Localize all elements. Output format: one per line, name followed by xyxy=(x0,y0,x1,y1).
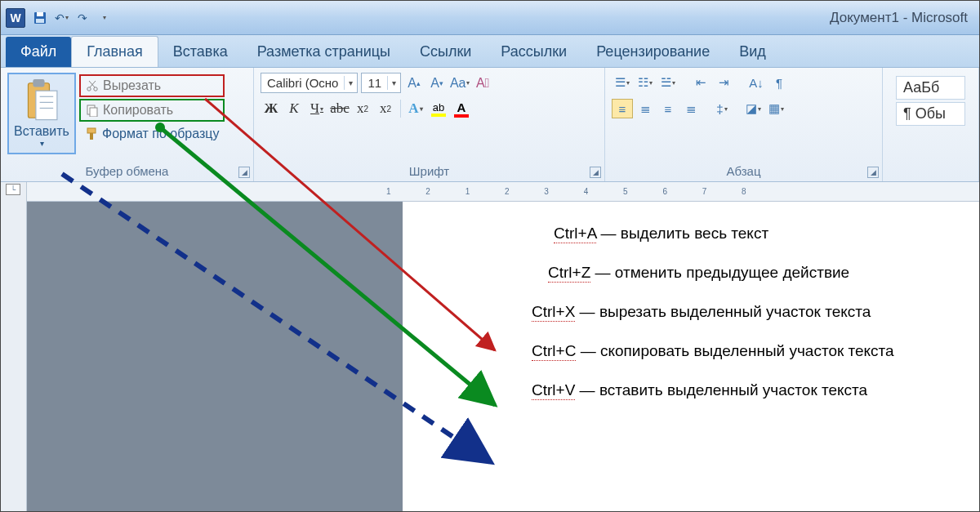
vertical-ruler: └ xyxy=(1,182,27,512)
font-name-value: Calibri (Осно xyxy=(261,73,344,92)
decrease-indent-icon[interactable]: ⇤ xyxy=(690,73,711,92)
ribbon-tabs: Файл Главная Вставка Разметка страницы С… xyxy=(1,35,979,68)
paste-label: Вставить xyxy=(14,124,69,139)
format-painter-icon xyxy=(85,127,98,140)
svg-rect-2 xyxy=(36,19,44,23)
borders-icon[interactable]: ▦▾ xyxy=(765,99,786,118)
font-size-combo[interactable]: 11▾ xyxy=(361,73,401,93)
paste-dropdown-icon[interactable]: ▾ xyxy=(40,139,44,148)
tab-view[interactable]: Вид xyxy=(724,37,781,67)
style-preview-1[interactable]: АаБб xyxy=(896,76,965,100)
format-painter-label: Формат по образцу xyxy=(102,127,219,141)
clear-format-icon[interactable]: A⃠ xyxy=(473,73,492,93)
document-area: Ctrl+A — выделить весь текст Ctrl+Z — от… xyxy=(27,202,979,512)
align-left-icon[interactable]: ≡ xyxy=(612,99,633,118)
svg-rect-4 xyxy=(33,79,44,87)
group-styles: АаБб ¶ Обы xyxy=(883,68,979,181)
app-icon: W xyxy=(6,8,25,28)
svg-line-11 xyxy=(90,81,96,87)
group-font: Calibri (Осно▾ 11▾ A▴ A▾ Aa▾ A⃠ Ж К Ч▾ a… xyxy=(254,68,605,181)
doc-line-1: Ctrl+A — выделить весь текст xyxy=(554,225,963,243)
group-clipboard-title: Буфер обмена xyxy=(7,163,247,180)
tab-insert[interactable]: Вставка xyxy=(158,37,243,67)
ribbon: Вставить ▾ Вырезать Копировать Формат по… xyxy=(1,68,979,182)
doc-line-2: Ctrl+Z — отменить предыдущее действие xyxy=(548,264,963,282)
doc-line-4: Ctrl+C — скопировать выделенный участок … xyxy=(532,342,963,360)
svg-rect-1 xyxy=(37,12,43,16)
horizontal-ruler: 1 2 1 2 3 4 5 6 7 8 xyxy=(27,182,979,202)
italic-button[interactable]: К xyxy=(283,98,305,119)
copy-label: Копировать xyxy=(103,103,173,118)
text-effects-icon[interactable]: A▾ xyxy=(405,98,426,119)
show-marks-icon[interactable]: ¶ xyxy=(768,73,790,92)
sort-icon[interactable]: A↓ xyxy=(746,73,767,92)
group-paragraph: ☰▾ ☷▾ ☱▾ ⇤ ⇥ A↓ ¶ ≡ ≣ ≡ ≣ ‡▾ ◪▾ ▦▾ xyxy=(605,68,883,181)
subscript-button[interactable]: x2 xyxy=(352,98,373,119)
copy-icon xyxy=(86,104,99,117)
chevron-down-icon[interactable]: ▾ xyxy=(387,76,400,90)
shrink-font-icon[interactable]: A▾ xyxy=(427,73,447,93)
group-font-title: Шрифт xyxy=(261,163,598,180)
svg-rect-14 xyxy=(90,108,97,117)
paragraph-launcher-icon[interactable]: ◢ xyxy=(867,167,879,178)
redo-icon[interactable]: ↷ xyxy=(73,8,92,28)
doc-line-3: Ctrl+X — вырезать выделенный участок тек… xyxy=(532,303,963,321)
undo-icon[interactable]: ↶▾ xyxy=(51,8,71,28)
cut-label: Вырезать xyxy=(103,78,161,93)
font-color-button[interactable]: A xyxy=(451,100,472,118)
paste-button[interactable]: Вставить ▾ xyxy=(7,73,76,154)
qat-customize-icon[interactable]: ▾ xyxy=(94,8,114,28)
tab-review[interactable]: Рецензирование xyxy=(581,37,724,67)
tab-file[interactable]: Файл xyxy=(6,37,71,67)
document-title: Документ1 - Microsoft xyxy=(830,10,974,26)
page[interactable]: Ctrl+A — выделить весь текст Ctrl+Z — от… xyxy=(403,202,979,512)
copy-button[interactable]: Копировать xyxy=(79,99,225,122)
line-spacing-icon[interactable]: ‡▾ xyxy=(711,99,733,118)
tab-references[interactable]: Ссылки xyxy=(405,37,486,67)
font-launcher-icon[interactable]: ◢ xyxy=(590,167,601,178)
align-center-icon[interactable]: ≣ xyxy=(635,99,656,118)
scissors-icon xyxy=(86,79,99,92)
group-paragraph-title: Абзац xyxy=(612,163,875,180)
tab-layout[interactable]: Разметка страницы xyxy=(243,37,405,67)
svg-rect-16 xyxy=(90,133,93,140)
underline-button[interactable]: Ч▾ xyxy=(306,98,327,119)
highlight-button[interactable]: ab xyxy=(428,101,449,117)
paste-icon xyxy=(22,79,61,122)
title-bar: W ↶▾ ↷ ▾ Документ1 - Microsoft xyxy=(1,1,979,35)
tab-selector-icon[interactable]: └ xyxy=(6,184,20,195)
justify-icon[interactable]: ≣ xyxy=(680,99,702,118)
format-painter-button[interactable]: Формат по образцу xyxy=(79,123,225,145)
svg-rect-15 xyxy=(87,128,96,133)
svg-rect-5 xyxy=(36,91,57,119)
grow-font-icon[interactable]: A▴ xyxy=(404,73,424,93)
bullets-icon[interactable]: ☰▾ xyxy=(612,73,633,92)
chevron-down-icon[interactable]: ▾ xyxy=(344,76,357,90)
svg-point-9 xyxy=(87,87,91,91)
numbering-icon[interactable]: ☷▾ xyxy=(635,73,656,92)
quick-access-toolbar: ↶▾ ↷ ▾ xyxy=(30,8,114,28)
clipboard-launcher-icon[interactable]: ◢ xyxy=(238,167,250,178)
style-preview-2[interactable]: ¶ Обы xyxy=(896,102,965,126)
tab-home[interactable]: Главная xyxy=(71,36,158,67)
multilevel-icon[interactable]: ☱▾ xyxy=(657,73,679,92)
workspace: └ 1 2 1 2 3 4 5 6 7 8 Ctrl+A — выделить … xyxy=(1,182,979,512)
save-icon[interactable] xyxy=(30,8,50,28)
page-margin xyxy=(27,202,403,512)
align-right-icon[interactable]: ≡ xyxy=(657,99,679,118)
bold-button[interactable]: Ж xyxy=(261,98,282,119)
font-name-combo[interactable]: Calibri (Осно▾ xyxy=(261,73,358,93)
change-case-icon[interactable]: Aa▾ xyxy=(450,73,470,93)
superscript-button[interactable]: x2 xyxy=(375,98,396,119)
increase-indent-icon[interactable]: ⇥ xyxy=(713,73,734,92)
group-clipboard: Вставить ▾ Вырезать Копировать Формат по… xyxy=(1,68,254,181)
cut-button[interactable]: Вырезать xyxy=(79,74,225,97)
strike-button[interactable]: abc xyxy=(329,98,350,119)
font-size-value: 11 xyxy=(362,73,387,92)
shading-icon[interactable]: ◪▾ xyxy=(742,99,764,118)
tab-mailings[interactable]: Рассылки xyxy=(486,37,581,67)
svg-line-12 xyxy=(89,81,95,87)
doc-line-5: Ctrl+V — вставить выделенный участок тек… xyxy=(532,381,963,399)
svg-point-10 xyxy=(94,87,97,91)
